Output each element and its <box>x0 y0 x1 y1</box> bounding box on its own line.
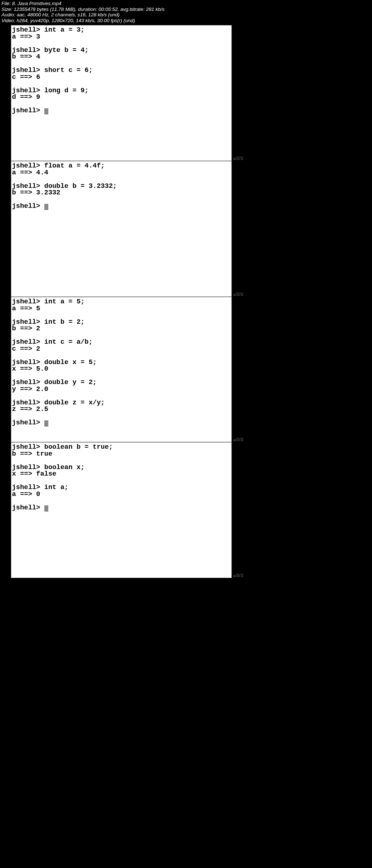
timestamp-overlay: vidtunez 00:02:32 <box>233 292 243 296</box>
timestamp-overlay: vidtunez 00:03:32 <box>233 437 243 442</box>
file-metadata-header: File: 8. Java Primitives.mp4 Size: 12355… <box>0 0 372 24</box>
frame-row: jshell> int a = 5; a ==> 5 jshell> int b… <box>11 297 243 442</box>
timestamp-text: 00:05:12 <box>233 575 243 578</box>
terminal-frame: jshell> boolean b = true; b ==> true jsh… <box>11 442 232 578</box>
timestamp-overlay: vidtunez 00:01:12 <box>233 156 243 161</box>
timestamp-text: 00:01:12 <box>233 158 243 161</box>
terminal-frame: jshell> float a = 4.4f; a ==> 4.4 jshell… <box>11 161 232 297</box>
file-line: File: 8. Java Primitives.mp4 <box>1 1 371 7</box>
timestamp-text: 00:02:32 <box>233 294 243 296</box>
timestamp-text: 00:03:32 <box>233 439 243 442</box>
frame-row: jshell> float a = 4.4f; a ==> 4.4 jshell… <box>11 161 243 297</box>
terminal-frame: jshell> int a = 5; a ==> 5 jshell> int b… <box>11 297 232 442</box>
audio-line: Audio: aac, 48000 Hz, 2 channels, s16, 1… <box>1 12 371 18</box>
timestamp-overlay: vidtunez 00:05:12 <box>233 573 243 578</box>
frame-row: jshell> int a = 3; a ==> 3 jshell> byte … <box>11 25 243 161</box>
frames-container: jshell> int a = 3; a ==> 3 jshell> byte … <box>0 24 372 578</box>
size-line: Size: 12355478 bytes (11.78 MiB), durati… <box>1 7 371 12</box>
video-line: Video: h264, yuv420p, 1280x720, 143 kb/s… <box>1 18 371 24</box>
frame-row: jshell> boolean b = true; b ==> true jsh… <box>11 442 243 578</box>
terminal-frame: jshell> int a = 3; a ==> 3 jshell> byte … <box>11 25 232 161</box>
